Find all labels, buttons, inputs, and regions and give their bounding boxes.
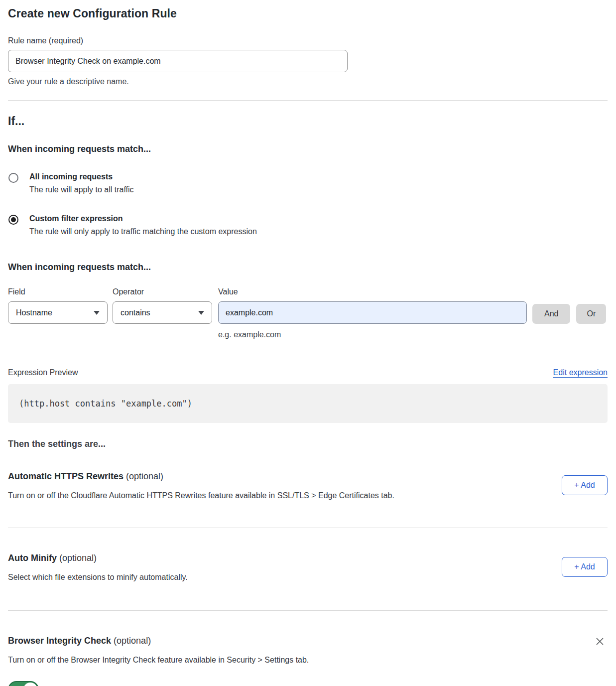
setting-browser-integrity-check: Browser Integrity Check (optional) Turn … xyxy=(8,636,608,686)
operator-label: Operator xyxy=(113,287,212,296)
expression-preview-label: Expression Preview xyxy=(8,368,78,377)
operator-select-value: contains xyxy=(121,308,150,317)
section-divider xyxy=(8,610,608,611)
add-auto-minify-button[interactable]: + Add xyxy=(562,557,608,577)
chevron-down-icon xyxy=(198,311,204,315)
setting-description: Turn on or off the Browser Integrity Che… xyxy=(8,656,309,665)
value-help: e.g. example.com xyxy=(218,330,527,339)
toggle-knob[interactable] xyxy=(23,683,37,686)
create-configuration-rule-form: Create new Configuration Rule Rule name … xyxy=(0,0,616,686)
setting-auto-minify: Auto Minify (optional) Select which file… xyxy=(8,553,608,582)
radio-description: The rule will only apply to traffic matc… xyxy=(29,227,257,236)
setting-title: Auto Minify xyxy=(8,553,57,563)
section-divider xyxy=(8,528,608,528)
setting-title: Automatic HTTPS Rewrites xyxy=(8,471,123,481)
or-button[interactable]: Or xyxy=(576,304,606,324)
expression-builder-row: Field Hostname Operator contains Value e… xyxy=(8,287,608,339)
remove-setting-button[interactable] xyxy=(593,635,607,650)
field-select[interactable]: Hostname xyxy=(8,301,108,324)
radio-icon[interactable] xyxy=(8,173,18,183)
section-divider xyxy=(8,100,608,101)
close-icon xyxy=(595,637,605,646)
radio-label: All incoming requests xyxy=(29,172,134,181)
chevron-down-icon xyxy=(94,311,100,315)
match-type-heading: When incoming requests match... xyxy=(8,144,608,154)
rule-name-input[interactable] xyxy=(8,50,348,72)
expression-builder-heading: When incoming requests match... xyxy=(8,262,608,273)
add-automatic-https-rewrites-button[interactable]: + Add xyxy=(562,475,608,495)
and-button[interactable]: And xyxy=(532,304,570,324)
operator-select[interactable]: contains xyxy=(113,301,212,324)
value-label: Value xyxy=(218,287,527,296)
rule-name-help: Give your rule a descriptive name. xyxy=(8,77,608,86)
edit-expression-link[interactable]: Edit expression xyxy=(553,368,608,377)
expression-preview-code: (http.host contains "example.com") xyxy=(8,384,608,423)
field-select-value: Hostname xyxy=(16,308,52,317)
page-title: Create new Configuration Rule xyxy=(8,7,608,20)
if-heading: If... xyxy=(8,115,608,128)
radio-icon-selected[interactable] xyxy=(8,215,18,225)
field-label: Field xyxy=(8,287,108,296)
value-input[interactable] xyxy=(218,301,527,324)
rule-name-group: Rule name (required) Give your rule a de… xyxy=(8,36,608,86)
setting-title: Browser Integrity Check xyxy=(8,636,111,646)
setting-description: Select which file extensions to minify a… xyxy=(8,573,188,582)
setting-description: Turn on or off the Cloudflare Automatic … xyxy=(8,491,394,500)
settings-heading: Then the settings are... xyxy=(8,439,608,449)
setting-automatic-https-rewrites: Automatic HTTPS Rewrites (optional) Turn… xyxy=(8,471,608,500)
radio-option-all-incoming[interactable]: All incoming requests The rule will appl… xyxy=(8,172,608,194)
radio-option-custom-filter[interactable]: Custom filter expression The rule will o… xyxy=(8,214,608,236)
rule-name-label: Rule name (required) xyxy=(8,36,608,45)
radio-label: Custom filter expression xyxy=(29,214,257,223)
radio-description: The rule will apply to all traffic xyxy=(29,185,134,194)
browser-integrity-check-toggle[interactable]: ✓ xyxy=(8,681,39,686)
